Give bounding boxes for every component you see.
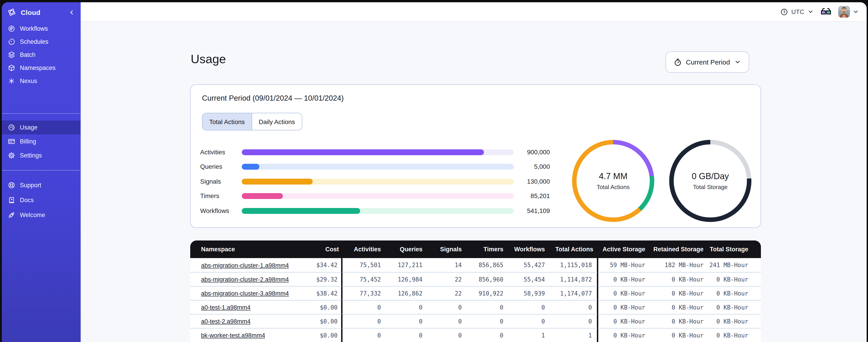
top-navigation-bar: UTC: [81, 2, 867, 22]
bar-value: 85,201: [514, 192, 550, 199]
table-cell: 22: [423, 286, 462, 300]
bar-fill: [242, 208, 360, 214]
sidebar-brand[interactable]: Cloud: [2, 2, 81, 22]
namespace-link[interactable]: a0-test-1.a98mm4: [201, 304, 251, 311]
actions-tab-group: Total Actions Daily Actions: [202, 113, 302, 130]
table-row: a0-test-1.a98mm4$0.000000000 KB-Hour0 KB…: [190, 300, 761, 314]
table-row: abs-migration-cluster-1.a98mm4$34.4275,5…: [190, 258, 761, 272]
total-actions-donut: 4.7 MM Total Actions: [572, 140, 654, 222]
sidebar-item-welcome[interactable]: Welcome: [2, 208, 81, 223]
current-period-card: Current Period (09/01/2024 — 10/01/2024)…: [190, 84, 761, 228]
billing-icon: [8, 138, 16, 145]
stopwatch-icon: [674, 58, 682, 66]
namespace-link[interactable]: abs-migration-cluster-2.a98mm4: [201, 276, 289, 283]
clock-icon: [780, 8, 788, 15]
dev-mode-toggle[interactable]: [820, 8, 831, 16]
temporal-logo-icon: [7, 8, 16, 17]
sidebar-item-settings[interactable]: Settings: [2, 148, 81, 163]
usage-bar-row-activities: Activities900,000: [200, 145, 550, 159]
table-cell-filler: [748, 314, 761, 328]
sidebar: Cloud WorkflowsSchedulesBatchNamespacesN…: [2, 2, 81, 342]
table-cell: 0: [462, 300, 503, 314]
sidebar-item-support[interactable]: Support: [2, 178, 81, 193]
column-header-namespace: Namespace: [190, 240, 294, 258]
total-storage-donut: 0 GB/Day Total Storage: [669, 140, 751, 222]
bar-label: Timers: [200, 192, 242, 199]
sidebar-item-label: Usage: [20, 124, 37, 131]
namespace-link[interactable]: a0-test-2.a98mm4: [201, 318, 251, 325]
table-cell: $29.32: [294, 272, 342, 286]
table-cell: 55,427: [503, 258, 545, 272]
sidebar-item-workflows[interactable]: Workflows: [2, 22, 81, 35]
table-cell: 0 KB-Hour: [704, 300, 748, 314]
period-selector-button[interactable]: Current Period: [665, 52, 749, 73]
bar-fill: [242, 149, 484, 155]
user-avatar: [838, 6, 850, 18]
sidebar-divider: [2, 113, 81, 114]
table-cell: 55,454: [503, 272, 545, 286]
bar-label: Queries: [200, 163, 242, 170]
table-cell: 1,174,077: [545, 286, 598, 300]
table-cell: 0: [545, 314, 598, 328]
sidebar-item-nexus[interactable]: Nexus: [2, 74, 81, 88]
sidebar-item-label: Welcome: [20, 212, 45, 218]
sidebar-item-batch[interactable]: Batch: [2, 48, 81, 61]
bar-track: [242, 208, 514, 214]
sidebar-collapse-button[interactable]: [68, 9, 75, 15]
period-selector-label: Current Period: [686, 58, 730, 66]
table-row: bk-worker-test.a98mm4$0.000000110 KB-Hou…: [190, 328, 761, 342]
namespace-cell: bk-worker-test.a98mm4: [190, 328, 294, 342]
table-cell: $34.42: [294, 258, 342, 272]
sidebar-divider: [2, 170, 81, 171]
bar-value: 130,000: [514, 178, 550, 185]
table-cell: 0: [342, 300, 381, 314]
usage-bar-row-signals: Signals130,000: [200, 174, 550, 189]
column-header-cost: Cost: [294, 240, 342, 258]
table-cell: 126,984: [381, 272, 423, 286]
sidebar-item-label: Settings: [20, 152, 42, 159]
table-cell-filler: [748, 286, 761, 300]
account-menu[interactable]: [838, 6, 859, 18]
bar-track: [242, 164, 514, 169]
sidebar-item-schedules[interactable]: Schedules: [2, 35, 81, 48]
column-header-total-actions: Total Actions: [545, 240, 598, 258]
card-title: Current Period (09/01/2024 — 10/01/2024): [202, 94, 344, 102]
bar-label: Activities: [200, 148, 242, 156]
sidebar-item-label: Batch: [20, 52, 35, 58]
table-cell: 0 KB-Hour: [598, 314, 645, 328]
usage-bar-row-workflows: Workflows541,109: [200, 204, 550, 218]
table-cell: 0: [423, 314, 462, 328]
total-storage-label: Total Storage: [693, 184, 727, 191]
sidebar-item-docs[interactable]: Docs: [2, 193, 81, 208]
table-cell: 0 KB-Hour: [704, 328, 748, 342]
timezone-selector[interactable]: UTC: [780, 8, 814, 15]
table-row: abs-migration-cluster-2.a98mm4$29.3275,4…: [190, 272, 761, 286]
table-cell: 0 KB-Hour: [704, 286, 748, 300]
table-cell: $38.42: [294, 286, 342, 300]
table-cell: 0 KB-Hour: [704, 314, 748, 328]
bar-value: 5,000: [514, 163, 550, 170]
namespace-link[interactable]: abs-migration-cluster-3.a98mm4: [201, 290, 289, 297]
table-cell: 0: [462, 314, 503, 328]
namespace-link[interactable]: bk-worker-test.a98mm4: [201, 332, 265, 339]
column-header-retained-storage: Retained Storage: [645, 240, 704, 258]
tab-total-actions[interactable]: Total Actions: [203, 113, 251, 130]
sidebar-item-billing[interactable]: Billing: [2, 134, 81, 148]
table-cell-filler: [748, 258, 761, 272]
table-cell: 77,332: [342, 286, 381, 300]
sidebar-item-usage[interactable]: Usage: [2, 121, 81, 134]
sidebar-item-label: Support: [20, 182, 41, 189]
workflows-icon: [8, 25, 16, 33]
bar-label: Signals: [200, 178, 242, 185]
tab-daily-actions[interactable]: Daily Actions: [251, 113, 302, 130]
namespace-link[interactable]: abs-migration-cluster-1.a98mm4: [201, 262, 289, 269]
app-window: UTC: [2, 2, 867, 342]
bar-label: Workflows: [200, 207, 242, 214]
sidebar-item-namespaces[interactable]: Namespaces: [2, 61, 81, 74]
schedules-icon: [8, 38, 16, 45]
timezone-label: UTC: [791, 8, 804, 15]
table-cell: 1,115,018: [545, 258, 598, 272]
namespace-usage-table: NamespaceCostActivitiesQueriesSignalsTim…: [190, 240, 761, 342]
namespace-cell: abs-migration-cluster-2.a98mm4: [190, 272, 294, 286]
table-cell: 910,922: [462, 286, 503, 300]
